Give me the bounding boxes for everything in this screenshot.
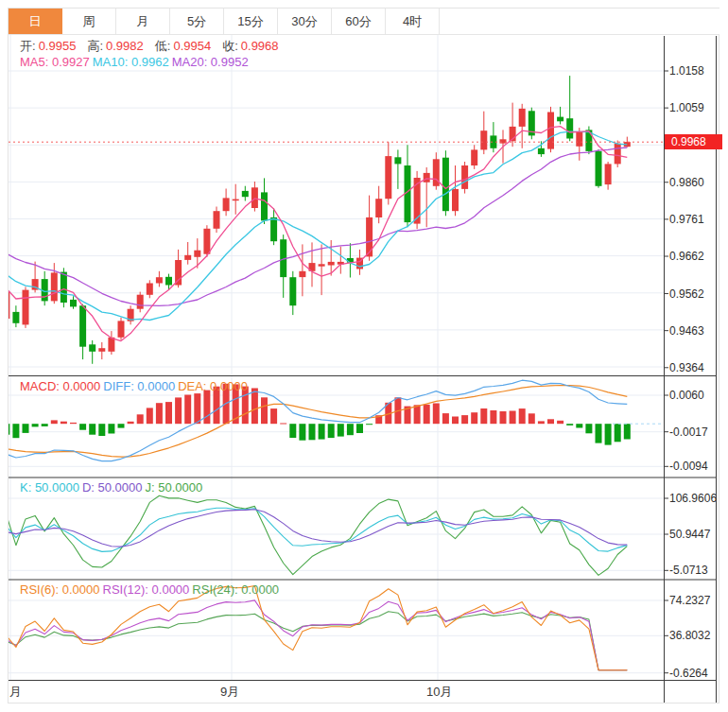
macd-legend-item: DIFF: 0.0000 xyxy=(103,379,175,393)
panel-frames xyxy=(8,36,717,703)
kdj-legend-item: J: 50.0000 xyxy=(146,480,203,495)
tab-60min[interactable]: 60分 xyxy=(332,9,386,34)
kdj-legend: K: 50.0000D: 50.0000J: 50.0000 xyxy=(20,480,205,495)
price-axis-label: 0.9364 xyxy=(669,361,704,374)
macd-axis-label: -0.0094 xyxy=(669,460,708,473)
kdj-legend-item: K: 50.0000 xyxy=(20,480,79,495)
timeframe-tabbar[interactable]: 日周月5分15分30分60分4时 xyxy=(9,9,719,35)
ma-legend: MA5: 0.9927MA10: 0.9962MA20: 0.9952 xyxy=(20,55,251,69)
ohlc-label: 低: xyxy=(155,39,171,53)
ohlc-value: 0.9968 xyxy=(241,39,279,53)
rsi-panel[interactable] xyxy=(7,586,628,670)
rsi-axis-label: 74.2327 xyxy=(669,594,710,607)
tab-4hour[interactable]: 4时 xyxy=(386,9,440,34)
tab-15min[interactable]: 15分 xyxy=(224,9,278,34)
macd-axis-label: 0.0060 xyxy=(669,389,704,402)
x-axis-label: 月 xyxy=(9,684,22,701)
current-price-tag: 0.9968 xyxy=(665,134,722,149)
main-price-panel[interactable] xyxy=(3,76,664,364)
tab-30min[interactable]: 30分 xyxy=(278,9,332,34)
kdj-legend-item: D: 50.0000 xyxy=(82,480,143,495)
ohlc-value: 0.9954 xyxy=(173,39,211,53)
tab-5min[interactable]: 5分 xyxy=(170,9,224,34)
candlestick-chart-canvas[interactable] xyxy=(0,0,728,712)
kdj-axis-label: 50.9447 xyxy=(669,528,710,541)
tab-day[interactable]: 日 xyxy=(9,9,62,34)
macd-legend-item: DEA: 0.0000 xyxy=(178,379,248,393)
macd-legend: MACD: 0.0000DIFF: 0.0000DEA: 0.0000 xyxy=(20,379,251,393)
price-axis-label: 1.0158 xyxy=(669,64,704,78)
ma-legend-item: MA10: 0.9962 xyxy=(93,55,169,69)
macd-axis-label: -0.0017 xyxy=(669,425,708,439)
price-axis-label: 0.9662 xyxy=(669,250,704,263)
price-axis-label: 1.0059 xyxy=(669,101,704,114)
price-axis-label: 0.9562 xyxy=(669,287,704,301)
ohlc-label: 开: xyxy=(20,39,36,53)
tab-month[interactable]: 月 xyxy=(116,9,170,34)
ma-legend-item: MA20: 0.9952 xyxy=(172,55,249,69)
kdj-axis-label: 106.9606 xyxy=(669,492,717,505)
ohlc-legend: 开:0.9955高:0.9982低:0.9954收:0.9968 xyxy=(20,38,290,55)
x-axis-label: 10月 xyxy=(426,684,452,701)
rsi-legend-item: RSI(24): 0.0000 xyxy=(192,582,279,597)
kdj-axis-label: -5.0713 xyxy=(669,564,708,577)
price-axis-label: 0.9463 xyxy=(669,324,704,338)
kdj-panel[interactable] xyxy=(7,495,628,575)
ohlc-value: 0.9982 xyxy=(106,39,144,53)
tab-week[interactable]: 周 xyxy=(62,9,116,34)
rsi-legend-item: RSI(12): 0.0000 xyxy=(103,582,190,597)
ma-legend-item: MA5: 0.9927 xyxy=(20,55,90,69)
price-axis-label: 0.9761 xyxy=(669,213,704,226)
price-axis-label: 0.9860 xyxy=(669,176,704,189)
ohlc-label: 收: xyxy=(222,39,238,53)
rsi-legend-item: RSI(6): 0.0000 xyxy=(20,582,100,597)
ohlc-label: 高: xyxy=(87,39,103,53)
rsi-axis-label: -0.6264 xyxy=(669,667,708,680)
rsi-axis-label: 36.8032 xyxy=(669,629,710,642)
rsi-legend: RSI(6): 0.0000RSI(12): 0.0000RSI(24): 0.… xyxy=(20,582,282,597)
x-axis-label: 9月 xyxy=(220,684,239,701)
macd-legend-item: MACD: 0.0000 xyxy=(20,379,100,393)
ohlc-value: 0.9955 xyxy=(39,39,77,53)
